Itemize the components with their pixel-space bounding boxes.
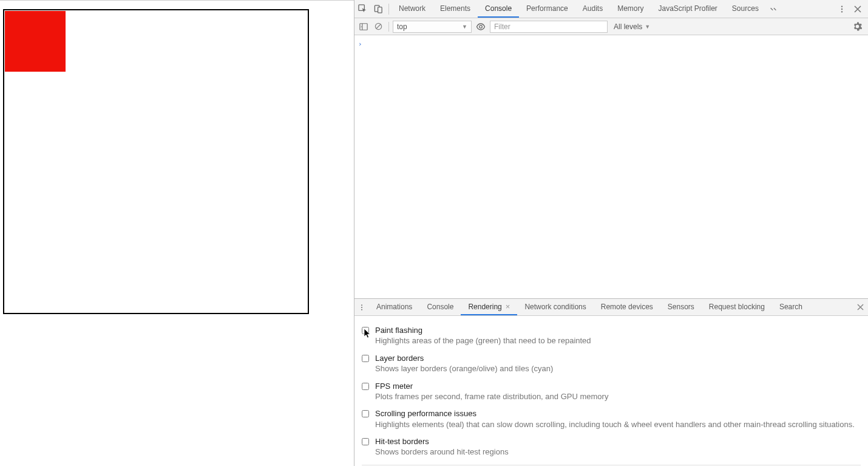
- devtools-panel: Network Elements Console Performance Aud…: [354, 0, 868, 466]
- devtools-drawer: Animations Console Rendering × Network c…: [354, 298, 868, 466]
- log-levels-select[interactable]: All levels ▼: [609, 22, 655, 31]
- tab-network[interactable]: Network: [392, 0, 433, 18]
- execution-context-select[interactable]: top ▼: [393, 21, 472, 33]
- tab-memory[interactable]: Memory: [610, 0, 651, 18]
- tab-console[interactable]: Console: [478, 0, 519, 18]
- rendering-option-scrolling-perf: Scrolling performance issues Highlights …: [354, 406, 868, 434]
- toolbar-separator: [388, 22, 389, 32]
- rendering-separator: [362, 465, 861, 465]
- devtools-close-icon[interactable]: [850, 0, 866, 18]
- console-output[interactable]: ›: [354, 35, 868, 298]
- rendering-panel: Paint flashing Highlights areas of the p…: [354, 316, 868, 466]
- tab-js-profiler[interactable]: JavaScript Profiler: [651, 0, 724, 18]
- hit-test-checkbox[interactable]: [362, 438, 369, 445]
- dropdown-triangle-icon: ▼: [645, 24, 650, 30]
- close-tab-icon[interactable]: ×: [506, 303, 510, 310]
- layer-borders-label: Layer borders: [375, 354, 861, 363]
- devtools-menu-kebab-icon[interactable]: [834, 0, 850, 18]
- svg-point-11: [361, 304, 362, 306]
- toggle-device-toolbar-icon[interactable]: [370, 0, 386, 18]
- fps-meter-desc: Plots frames per second, frame rate dist…: [375, 391, 861, 402]
- drawer-tab-remote-devices[interactable]: Remote devices: [594, 299, 660, 315]
- svg-point-13: [361, 309, 362, 310]
- drawer-tab-network-conditions[interactable]: Network conditions: [517, 299, 593, 315]
- tab-audits[interactable]: Audits: [575, 0, 610, 18]
- console-filter-input[interactable]: [490, 21, 608, 33]
- topbar-separator: [388, 4, 389, 15]
- tab-elements[interactable]: Elements: [433, 0, 478, 18]
- drawer-tab-request-blocking[interactable]: Request blocking: [702, 299, 772, 315]
- svg-line-9: [376, 24, 380, 29]
- dropdown-triangle-icon: ▼: [462, 24, 467, 30]
- red-square: [5, 11, 66, 72]
- devtools-main-tabs: Network Elements Console Performance Aud…: [392, 0, 834, 18]
- svg-point-5: [841, 11, 843, 12]
- paint-flashing-label: Paint flashing: [375, 326, 861, 335]
- live-expression-eye-icon[interactable]: [473, 22, 489, 32]
- log-levels-label: All levels: [614, 22, 642, 31]
- devtools-topbar: Network Elements Console Performance Aud…: [354, 0, 868, 18]
- rendering-option-layer-borders: Layer borders Shows layer borders (orang…: [354, 351, 868, 379]
- execution-context-value: top: [397, 22, 407, 31]
- svg-point-12: [361, 306, 362, 307]
- hit-test-label: Hit-test borders: [375, 437, 861, 447]
- svg-rect-6: [360, 23, 367, 30]
- rendering-option-fps-meter: FPS meter Plots frames per second, frame…: [354, 379, 868, 407]
- console-sidebar-toggle-icon[interactable]: [357, 18, 370, 36]
- layer-borders-desc: Shows layer borders (orange/olive) and t…: [375, 363, 861, 374]
- drawer-tab-animations[interactable]: Animations: [369, 299, 419, 315]
- console-settings-gear-icon[interactable]: [849, 22, 866, 31]
- svg-point-4: [841, 8, 843, 9]
- more-tabs-chevron-icon[interactable]: [766, 0, 781, 18]
- drawer-tab-sensors[interactable]: Sensors: [660, 299, 702, 315]
- console-filter[interactable]: [490, 21, 608, 33]
- layer-borders-checkbox[interactable]: [362, 355, 369, 362]
- devtools-top-right: [834, 0, 868, 18]
- hit-test-desc: Shows borders around hit-test regions: [375, 447, 861, 457]
- scrolling-perf-desc: Highlights elements (teal) that can slow…: [375, 419, 861, 430]
- tab-performance[interactable]: Performance: [519, 0, 575, 18]
- scrolling-perf-label: Scrolling performance issues: [375, 409, 861, 419]
- svg-rect-2: [378, 7, 382, 13]
- drawer-tabs: Animations Console Rendering × Network c…: [354, 299, 868, 316]
- page-content-box: [3, 9, 309, 314]
- drawer-menu-kebab-icon[interactable]: [354, 304, 369, 311]
- svg-point-10: [480, 25, 483, 28]
- scrolling-perf-checkbox[interactable]: [362, 410, 369, 417]
- paint-flashing-desc: Highlights areas of the page (green) tha…: [375, 335, 861, 346]
- drawer-tab-console[interactable]: Console: [419, 299, 461, 315]
- drawer-tab-rendering-label: Rendering: [468, 303, 501, 311]
- drawer-close-icon[interactable]: [852, 304, 868, 310]
- drawer-tab-search[interactable]: Search: [772, 299, 810, 315]
- console-prompt-icon: ›: [358, 40, 362, 48]
- clear-console-icon[interactable]: [371, 18, 385, 36]
- paint-flashing-checkbox[interactable]: [362, 327, 369, 334]
- svg-point-3: [841, 5, 843, 7]
- drawer-tab-rendering[interactable]: Rendering ×: [461, 299, 517, 315]
- fps-meter-label: FPS meter: [375, 382, 861, 391]
- console-toolbar: top ▼ All levels ▼: [354, 18, 868, 35]
- inspect-element-icon[interactable]: [354, 0, 370, 18]
- page-viewport: [0, 0, 354, 466]
- fps-meter-checkbox[interactable]: [362, 383, 369, 390]
- rendering-option-hit-test: Hit-test borders Shows borders around hi…: [354, 434, 868, 462]
- rendering-option-paint-flashing: Paint flashing Highlights areas of the p…: [354, 323, 868, 351]
- tab-sources[interactable]: Sources: [725, 0, 766, 18]
